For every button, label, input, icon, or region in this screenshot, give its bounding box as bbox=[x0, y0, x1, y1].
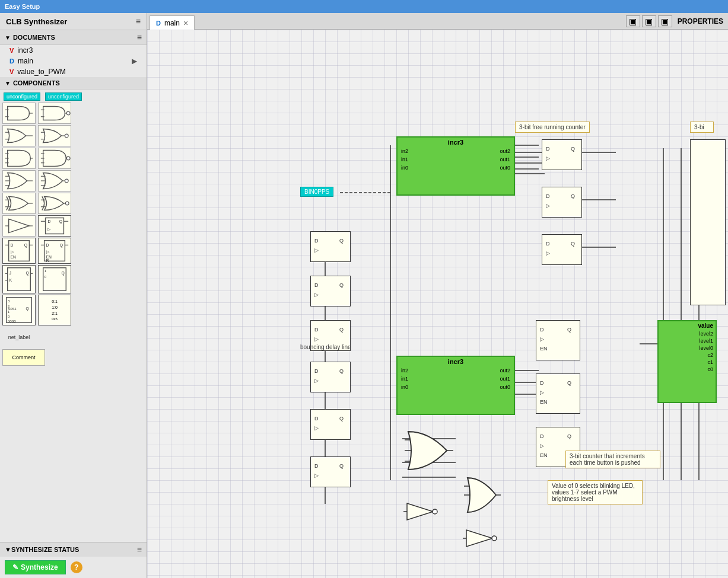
documents-menu-icon[interactable]: ≡ bbox=[137, 33, 142, 42]
incr3-bot-row1: in2 out2 bbox=[398, 366, 514, 375]
documents-section-header[interactable]: ▼ DOCUMENTS ≡ bbox=[0, 30, 147, 45]
svg-text:Q: Q bbox=[339, 368, 344, 374]
dff-top-3[interactable]: D Q ▷ bbox=[542, 234, 582, 265]
or3-gate-1[interactable] bbox=[2, 170, 36, 191]
svg-text:▷: ▷ bbox=[540, 336, 544, 342]
bin0pps-label: BIN0PPS bbox=[300, 187, 333, 197]
svg-text:▷: ▷ bbox=[546, 250, 550, 256]
canvas-area[interactable]: 3-bit free running counter 3-bi incr3 in… bbox=[147, 30, 728, 578]
svg-text:Q: Q bbox=[571, 241, 575, 247]
doc-item-value-to-pwm[interactable]: V value_to_PWM bbox=[0, 66, 147, 77]
or-gate-2[interactable] bbox=[38, 125, 71, 146]
dff-en-component-1[interactable]: D Q ▷ EN bbox=[2, 238, 36, 264]
help-button[interactable]: ? bbox=[71, 561, 82, 573]
buffer-bottom-2[interactable] bbox=[462, 528, 497, 549]
or-gate-bottom[interactable] bbox=[462, 474, 503, 516]
value-block[interactable]: value level2 level1 level0 c2 c1 c0 bbox=[657, 320, 717, 403]
comment-component[interactable]: Comment bbox=[2, 349, 45, 366]
tab-close-main[interactable]: × bbox=[183, 19, 188, 27]
svg-text:▷: ▷ bbox=[546, 155, 550, 161]
bouncing-label: bouncing delay line bbox=[300, 344, 351, 350]
dff-en-component-2[interactable]: D Q ▷ EN R bbox=[38, 238, 71, 264]
gate-row-2 bbox=[2, 125, 144, 146]
net-label-component[interactable]: net_label bbox=[2, 327, 36, 348]
view-btn-2[interactable]: ▣ bbox=[642, 15, 656, 27]
and-gate-2[interactable] bbox=[38, 103, 71, 124]
value-title: value bbox=[659, 321, 716, 330]
dff-left-2[interactable]: D Q ▷ bbox=[310, 276, 351, 306]
dff-left-6[interactable]: D Q ▷ bbox=[310, 456, 351, 487]
doc-icon-v-incr3: V bbox=[9, 47, 14, 54]
svg-text:0: 0 bbox=[8, 315, 10, 319]
right-block-top bbox=[690, 139, 726, 305]
unconfigured-label-1[interactable]: unconfigured bbox=[4, 92, 40, 101]
dff-component[interactable]: D Q ▷ bbox=[38, 215, 71, 237]
doc-item-incr3[interactable]: V incr3 bbox=[0, 45, 147, 56]
svg-text:Q: Q bbox=[339, 416, 344, 421]
synthesize-menu-icon[interactable]: ≡ bbox=[137, 545, 142, 554]
dff-top-1[interactable]: D Q ▷ bbox=[542, 139, 582, 170]
mux-component[interactable]: 1 0 Q bbox=[38, 265, 71, 293]
mux4-component[interactable]: 3 2 1 0 S0S1 Q 0000 bbox=[2, 295, 36, 325]
doc-play-main-icon[interactable]: ▶ bbox=[132, 57, 137, 65]
synthesize-header: ▼ SYNTHESIZE STATUS ≡ bbox=[0, 542, 147, 557]
view-btn-3[interactable]: ▣ bbox=[658, 15, 672, 27]
buffer-gate[interactable] bbox=[2, 215, 36, 237]
svg-text:D: D bbox=[546, 241, 550, 247]
gate-row-10: net_label bbox=[2, 327, 144, 348]
svg-text:▷: ▷ bbox=[546, 203, 550, 209]
svg-text:Q: Q bbox=[339, 238, 344, 244]
synthesize-btn-row: ✎ Synthesize ? bbox=[0, 557, 147, 578]
top-bar: Easy Setup bbox=[0, 0, 728, 13]
jk-ff-component[interactable]: J Q K bbox=[2, 265, 36, 293]
dff-mid-en-1[interactable]: D Q ▷ EN bbox=[536, 320, 580, 360]
sidebar: CLB Synthesizer ≡ ▼ DOCUMENTS ≡ V incr3 … bbox=[0, 13, 147, 578]
dff-left-5[interactable]: D Q ▷ bbox=[310, 409, 351, 440]
svg-text:Q: Q bbox=[571, 146, 575, 152]
and-gate-1[interactable] bbox=[2, 103, 36, 124]
and3-gate-2[interactable] bbox=[38, 148, 71, 169]
dff-top-2[interactable]: D Q ▷ bbox=[542, 187, 582, 218]
dff-left-4[interactable]: D Q ▷ bbox=[310, 362, 351, 392]
incr3-top-block[interactable]: incr3 in2 out2 in1 out1 in0 out0 bbox=[396, 136, 515, 196]
or3-gate-2[interactable] bbox=[38, 170, 71, 191]
svg-text:▷: ▷ bbox=[314, 292, 319, 298]
incr3-bot-block[interactable]: incr3 in2 out2 in1 out1 in0 out0 bbox=[396, 356, 515, 415]
documents-label: DOCUMENTS bbox=[13, 34, 55, 41]
xor-gate-1[interactable] bbox=[2, 193, 36, 214]
synthesize-section: ▼ SYNTHESIZE STATUS ≡ ✎ Synthesize ? bbox=[0, 542, 147, 578]
svg-text:Q: Q bbox=[339, 463, 344, 469]
unconfigured-row: unconfigured unconfigured bbox=[2, 92, 144, 101]
svg-text:Q: Q bbox=[567, 433, 571, 439]
dff-left-1[interactable]: D Q ▷ bbox=[310, 231, 351, 262]
or-gate-large[interactable] bbox=[402, 427, 456, 474]
components-section-header[interactable]: ▼ COMPONENTS bbox=[0, 77, 147, 90]
svg-text:▷: ▷ bbox=[314, 247, 319, 253]
view-btn-1[interactable]: ▣ bbox=[626, 15, 640, 27]
xnor-gate-1[interactable] bbox=[38, 193, 71, 214]
buffer-bottom[interactable] bbox=[402, 501, 438, 522]
synthesize-label: SYNTHESIZE STATUS bbox=[11, 546, 80, 553]
lut-component[interactable]: 0:1 1:0 2:1 0x5 bbox=[38, 295, 71, 325]
doc-item-main[interactable]: D main ▶ bbox=[0, 56, 147, 66]
dff-mid-en-2[interactable]: D Q ▷ EN bbox=[536, 373, 580, 414]
and3-gate-1[interactable] bbox=[2, 148, 36, 169]
svg-text:EN: EN bbox=[11, 256, 17, 260]
unconfigured-label-2[interactable]: unconfigured bbox=[45, 92, 82, 101]
tab-main[interactable]: D main × bbox=[150, 15, 195, 30]
svg-text:Q: Q bbox=[571, 193, 575, 199]
synthesize-button[interactable]: ✎ Synthesize bbox=[5, 560, 66, 574]
incr3-top-row2: in1 out1 bbox=[398, 155, 514, 164]
sidebar-title-text: CLB Synthesizer bbox=[6, 17, 67, 26]
sidebar-menu-icon[interactable]: ≡ bbox=[136, 17, 141, 26]
svg-text:D: D bbox=[314, 238, 319, 244]
doc-name-value: value_to_PWM bbox=[17, 68, 65, 76]
svg-point-22 bbox=[66, 157, 70, 160]
main-layout: CLB Synthesizer ≡ ▼ DOCUMENTS ≡ V incr3 … bbox=[0, 13, 728, 578]
svg-text:Q: Q bbox=[60, 243, 63, 248]
or-gate-1[interactable] bbox=[2, 125, 36, 146]
svg-text:EN: EN bbox=[540, 452, 548, 458]
easy-setup-label[interactable]: Easy Setup bbox=[5, 3, 40, 10]
incr3-bot-title: incr3 bbox=[398, 357, 514, 366]
svg-text:Q: Q bbox=[24, 243, 27, 248]
